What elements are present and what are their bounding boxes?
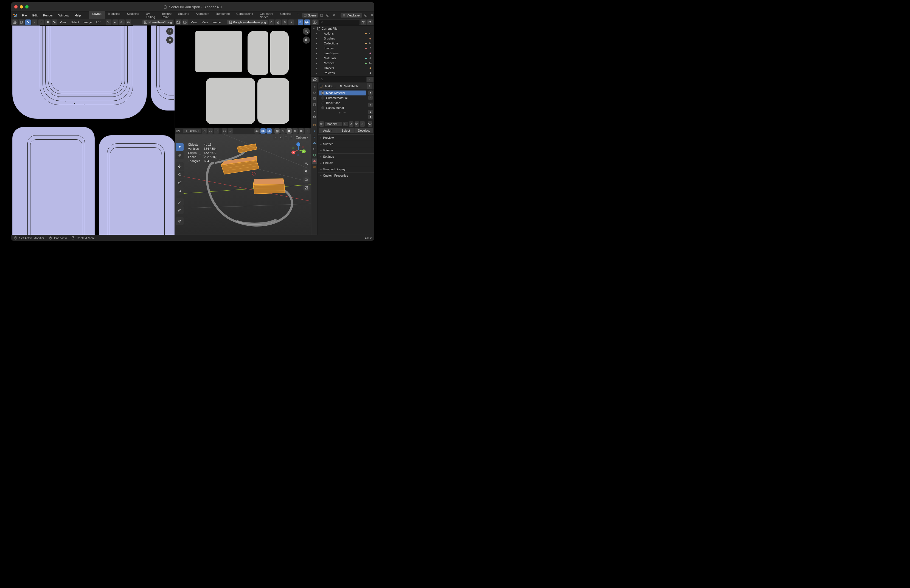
viewport-canvas[interactable]: ▫ X Y Z Options▾ (175, 134, 311, 235)
workspace-tab-geometry-nodes[interactable]: Geometry Nodes (256, 11, 276, 20)
tab-tool[interactable] (312, 84, 317, 89)
material-name-field[interactable]: ModelM… (325, 122, 342, 126)
uv-snap-mode-button[interactable]: ▾ (119, 19, 125, 25)
uv-select-mode-vertex[interactable]: · (32, 19, 37, 25)
uv-menu-uv[interactable]: UV (95, 20, 102, 24)
gizmo-toggle-button[interactable]: ▾ (298, 19, 303, 25)
tool-select-box[interactable] (176, 143, 184, 151)
panel-header[interactable]: ▸Line Art (318, 160, 374, 166)
image-menu-image[interactable]: Image (211, 20, 223, 24)
viewport-menu-uv[interactable]: UV (176, 129, 180, 133)
tool-transform[interactable] (176, 187, 184, 195)
image-menu-view[interactable]: View (189, 20, 199, 24)
properties-search[interactable] (319, 77, 366, 82)
select-button[interactable]: Select (337, 128, 355, 133)
roughness-canvas[interactable] (175, 26, 311, 128)
pin-button[interactable] (367, 83, 372, 89)
vp-shading-rendered[interactable] (299, 128, 304, 134)
panel-header[interactable]: ▸Custom Properties (318, 173, 374, 179)
vp-proportional-button[interactable] (222, 128, 227, 134)
breadcrumb-object[interactable]: Desk.0… (324, 84, 336, 88)
vp-falloff-button[interactable]: ▾ (228, 128, 233, 134)
material-remove-button[interactable]: − (368, 95, 372, 100)
tab-scene[interactable] (312, 108, 317, 113)
workspace-tab-rendering[interactable]: Rendering (212, 11, 233, 20)
material-move-up[interactable]: ▴ (368, 110, 372, 114)
panel-header[interactable]: ▸Settings (318, 153, 374, 160)
vp-pan-icon[interactable] (303, 168, 310, 175)
workspace-add-button[interactable]: + (295, 11, 301, 20)
tab-material[interactable] (312, 158, 317, 164)
outliner-item[interactable]: ▸Images◆7 (311, 46, 374, 51)
menu-edit[interactable]: Edit (30, 13, 40, 18)
uv-menu-view[interactable]: View (58, 20, 68, 24)
uv-proportional-button[interactable] (126, 19, 131, 25)
image-pin-button[interactable] (288, 19, 294, 25)
vp-xray-button[interactable] (274, 128, 280, 134)
workspace-tab-shading[interactable]: Shading (175, 11, 193, 20)
workspace-tab-modeling[interactable]: Modeling (105, 11, 124, 20)
material-move-down[interactable]: ▾ (368, 115, 372, 119)
outliner-new-collection[interactable] (367, 19, 372, 25)
tool-annotate[interactable] (176, 198, 184, 206)
workspace-tab-uv-editing[interactable]: UV Editing (142, 11, 158, 20)
outliner-search[interactable] (319, 20, 359, 25)
material-slot[interactable]: CaseMaterial (319, 105, 366, 110)
viewlayer-selector[interactable]: ViewLayer (340, 13, 362, 18)
uv-zoom-icon[interactable] (166, 28, 173, 35)
uv-menu-image[interactable]: Image (82, 20, 94, 24)
tool-measure[interactable] (176, 206, 184, 214)
outliner-display-mode[interactable]: ▾ (312, 19, 318, 25)
overlay-toggle-button[interactable]: ▾ (304, 19, 310, 25)
vp-zoom-icon[interactable] (303, 160, 310, 167)
panel-header[interactable]: ▸Viewport Display (318, 166, 374, 172)
tab-physics[interactable] (312, 141, 317, 146)
scene-delete-button[interactable]: ✕ (331, 13, 336, 18)
outliner-item[interactable]: ▸Meshes◆14 (311, 61, 374, 66)
uv-menu-select[interactable]: Select (69, 20, 81, 24)
material-add-button[interactable]: + (368, 90, 372, 95)
menu-file[interactable]: File (19, 13, 30, 18)
scene-selector[interactable]: Scene (302, 13, 318, 18)
scene-browse-button[interactable] (319, 13, 324, 18)
tab-world[interactable] (312, 114, 317, 120)
panel-header[interactable]: ▸Surface (318, 141, 374, 147)
uv-select-mode-edge[interactable] (39, 19, 44, 25)
image-menu-view2[interactable]: View (200, 20, 210, 24)
material-fake-user[interactable] (349, 121, 353, 127)
outliner-item[interactable]: ▸Palettes◆ (311, 71, 374, 76)
vp-snap-mode[interactable]: ▾ (214, 128, 219, 134)
viewlayer-new-button[interactable] (363, 13, 368, 18)
orientation-selector[interactable]: Global▾ (183, 129, 201, 133)
maximize-window-button[interactable] (25, 5, 29, 8)
material-new[interactable] (355, 121, 359, 127)
tool-move[interactable] (176, 162, 184, 170)
assign-button[interactable]: Assign (319, 128, 337, 133)
image-new-button[interactable] (275, 19, 281, 25)
material-users[interactable]: 18 (343, 122, 348, 126)
workspace-tab-animation[interactable]: Animation (193, 11, 213, 20)
vp-snap-button[interactable] (208, 128, 213, 134)
tab-modifiers[interactable] (312, 128, 317, 134)
image-zoom-icon[interactable] (303, 28, 310, 35)
scene-new-button[interactable] (325, 13, 330, 18)
outliner-item[interactable]: ▸Brushes◆ (311, 36, 374, 41)
tab-object[interactable] (312, 122, 317, 128)
minimize-window-button[interactable] (20, 5, 23, 8)
workspace-tab-sculpting[interactable]: Sculpting (123, 11, 142, 20)
menu-window[interactable]: Window (56, 13, 72, 18)
vp-visibility[interactable]: ▾ (254, 128, 260, 134)
uv-pivot-button[interactable]: ▾ (106, 19, 112, 25)
tab-data[interactable] (312, 152, 317, 158)
image-link-button[interactable] (269, 19, 274, 25)
tab-constraints[interactable] (312, 147, 317, 152)
tool-add-cube[interactable] (176, 217, 184, 225)
outliner-item[interactable]: ▸Objects◆ (311, 66, 374, 71)
breadcrumb-material[interactable]: ModelMate… (344, 84, 362, 88)
uv-pan-icon[interactable] (166, 37, 173, 44)
panel-header[interactable]: ▸Preview (318, 135, 374, 141)
editor-type-uv[interactable]: ▾ (12, 19, 18, 25)
image-selector[interactable]: RoughnessNewNew.png (227, 20, 267, 24)
material-specials-button[interactable]: ▾ (368, 103, 372, 107)
image-pan-icon[interactable] (303, 37, 310, 44)
